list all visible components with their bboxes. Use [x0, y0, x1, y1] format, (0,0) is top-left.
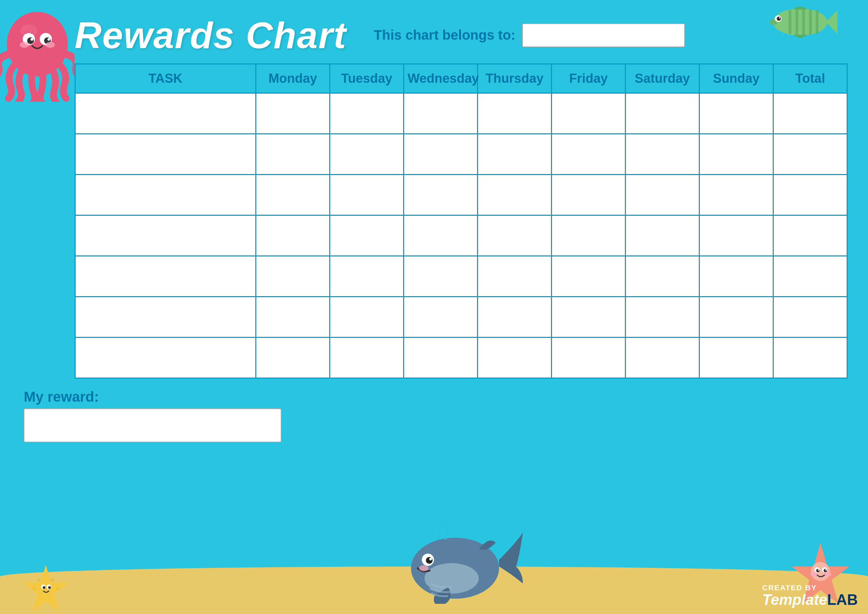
task-cell[interactable]: [75, 175, 256, 215]
col-saturday: Saturday: [625, 64, 699, 93]
col-tuesday: Tuesday: [330, 64, 403, 93]
reward-input[interactable]: [24, 409, 281, 442]
task-cell[interactable]: [75, 256, 256, 297]
day-cell[interactable]: [330, 134, 403, 175]
day-cell[interactable]: [625, 337, 699, 378]
day-cell[interactable]: [403, 297, 477, 337]
svg-point-39: [825, 572, 831, 577]
col-sunday: Sunday: [699, 64, 773, 93]
day-cell[interactable]: [330, 215, 403, 256]
day-cell[interactable]: [403, 337, 477, 378]
day-cell[interactable]: [625, 256, 699, 297]
day-cell[interactable]: [256, 297, 330, 337]
svg-point-44: [48, 586, 51, 589]
task-cell[interactable]: [75, 215, 256, 256]
day-cell[interactable]: [330, 93, 403, 134]
svg-point-47: [33, 587, 35, 590]
belongs-to-section: This chart belongs to:: [374, 23, 685, 47]
belongs-to-label: This chart belongs to:: [374, 28, 515, 43]
day-cell[interactable]: [551, 256, 625, 297]
day-cell[interactable]: [551, 297, 625, 337]
task-cell[interactable]: [75, 297, 256, 337]
day-cell[interactable]: [330, 256, 403, 297]
template-label: Template: [762, 591, 827, 608]
day-cell[interactable]: [699, 175, 773, 215]
day-cell[interactable]: [625, 93, 699, 134]
chart-table-wrapper: TASK Monday Tuesday Wednesday Thursday F…: [74, 64, 848, 379]
day-cell[interactable]: [477, 337, 551, 378]
svg-point-28: [429, 558, 432, 560]
task-cell[interactable]: [75, 93, 256, 134]
day-cell[interactable]: [403, 175, 477, 215]
day-cell[interactable]: [551, 134, 625, 175]
day-cell[interactable]: [256, 215, 330, 256]
day-cell[interactable]: [256, 337, 330, 378]
table-header-row: TASK Monday Tuesday Wednesday Thursday F…: [75, 64, 847, 93]
day-cell[interactable]: [625, 297, 699, 337]
day-cell[interactable]: [625, 215, 699, 256]
day-cell[interactable]: [551, 175, 625, 215]
day-cell[interactable]: [699, 93, 773, 134]
day-cell[interactable]: [256, 175, 330, 215]
whale-icon: [411, 516, 526, 604]
day-cell[interactable]: [699, 134, 773, 175]
day-cell[interactable]: [477, 256, 551, 297]
starfish-left-icon: [20, 563, 71, 614]
day-cell[interactable]: [699, 297, 773, 337]
day-cell[interactable]: [403, 256, 477, 297]
total-cell[interactable]: [773, 256, 847, 297]
day-cell[interactable]: [330, 337, 403, 378]
day-cell[interactable]: [256, 93, 330, 134]
day-cell[interactable]: [699, 215, 773, 256]
day-cell[interactable]: [551, 93, 625, 134]
svg-point-31: [811, 562, 830, 581]
total-cell[interactable]: [773, 215, 847, 256]
svg-point-45: [37, 578, 41, 582]
page-title: Rewards Chart: [74, 14, 347, 57]
total-cell[interactable]: [773, 297, 847, 337]
svg-marker-40: [24, 565, 68, 612]
day-cell[interactable]: [477, 175, 551, 215]
header: Rewards Chart This chart belongs to:: [20, 14, 848, 57]
day-cell[interactable]: [256, 134, 330, 175]
day-cell[interactable]: [551, 337, 625, 378]
day-cell[interactable]: [477, 297, 551, 337]
svg-point-35: [824, 569, 827, 572]
task-cell[interactable]: [75, 337, 256, 378]
bottom-section: My reward:: [20, 389, 848, 442]
day-cell[interactable]: [477, 215, 551, 256]
svg-point-36: [818, 569, 819, 570]
svg-point-48: [56, 587, 59, 590]
reward-label: My reward:: [24, 389, 281, 405]
table-row: [75, 134, 847, 175]
total-cell[interactable]: [773, 134, 847, 175]
rewards-table: TASK Monday Tuesday Wednesday Thursday F…: [74, 64, 848, 379]
day-cell[interactable]: [403, 215, 477, 256]
col-total: Total: [773, 64, 847, 93]
total-cell[interactable]: [773, 337, 847, 378]
day-cell[interactable]: [330, 175, 403, 215]
day-cell[interactable]: [477, 134, 551, 175]
name-input[interactable]: [522, 23, 685, 47]
lab-label: LAB: [827, 591, 858, 608]
day-cell[interactable]: [625, 134, 699, 175]
task-cell[interactable]: [75, 134, 256, 175]
day-cell[interactable]: [699, 256, 773, 297]
day-cell[interactable]: [699, 337, 773, 378]
col-thursday: Thursday: [477, 64, 551, 93]
day-cell[interactable]: [477, 93, 551, 134]
table-row: [75, 175, 847, 215]
day-cell[interactable]: [330, 297, 403, 337]
day-cell[interactable]: [625, 175, 699, 215]
total-cell[interactable]: [773, 93, 847, 134]
day-cell[interactable]: [403, 93, 477, 134]
day-cell[interactable]: [256, 256, 330, 297]
table-row: [75, 93, 847, 134]
svg-point-27: [426, 557, 432, 564]
svg-point-37: [825, 569, 827, 570]
total-cell[interactable]: [773, 175, 847, 215]
day-cell[interactable]: [551, 215, 625, 256]
svg-point-38: [811, 572, 817, 577]
templatelab-brand: TemplateLAB: [762, 592, 858, 607]
day-cell[interactable]: [403, 134, 477, 175]
